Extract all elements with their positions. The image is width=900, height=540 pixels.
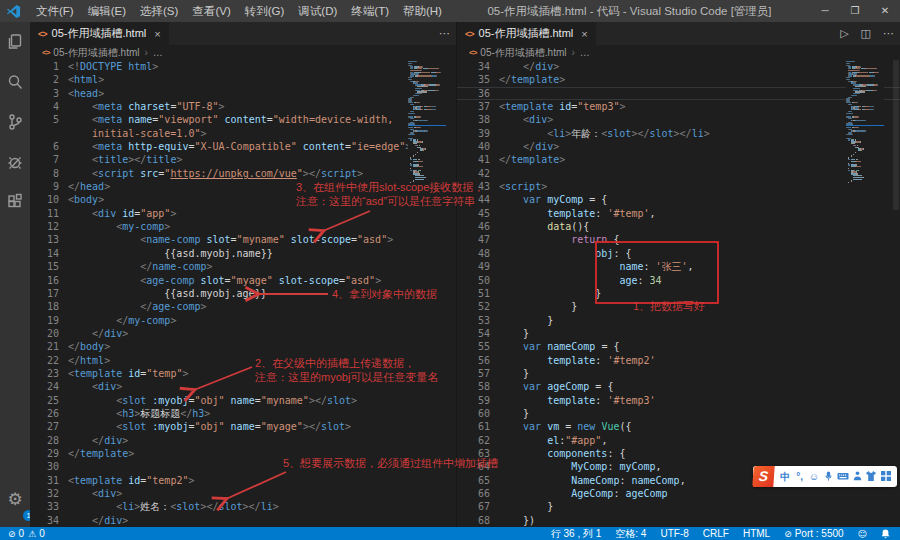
code-line[interactable]: 8 <script src="https://unpkg.com/vue"></… xyxy=(30,167,456,180)
code-line[interactable]: 42 xyxy=(457,167,900,180)
ime-punctuation-icon[interactable]: °, xyxy=(792,471,806,482)
code-line[interactable]: 12 <my-comp> xyxy=(30,220,456,233)
tab-close-icon[interactable]: × xyxy=(154,28,160,40)
code-line[interactable]: 59 template: '#temp3' xyxy=(457,394,900,407)
code-line[interactable]: 66 AgeComp: ageComp xyxy=(457,487,900,500)
menu-selection[interactable]: 选择(S) xyxy=(133,0,185,22)
code-line[interactable]: 7 <title></title> xyxy=(30,153,456,166)
code-line[interactable]: 58 var ageComp = { xyxy=(457,380,900,393)
code-line[interactable]: 11 <div id="app"> xyxy=(30,207,456,220)
code-line[interactable]: 20 </div> xyxy=(30,327,456,340)
ime-toolbox-icon[interactable] xyxy=(879,470,893,484)
code-line[interactable]: 3<head> xyxy=(30,87,456,100)
menu-go[interactable]: 转到(G) xyxy=(238,0,292,22)
code-line[interactable]: 15 </name-comp> xyxy=(30,260,456,273)
ime-emoji-icon[interactable]: ☺ xyxy=(807,471,821,482)
breadcrumb-right[interactable]: <> 05-作用域插槽.html › … xyxy=(457,45,900,60)
problems-errors[interactable]: ⊘ 0 xyxy=(8,528,24,539)
notifications-bell-icon[interactable] xyxy=(881,529,890,539)
problems-warnings[interactable]: ⚠ 0 xyxy=(28,528,45,539)
language-mode[interactable]: HTML xyxy=(743,528,770,539)
tab-right-active[interactable]: <> 05-作用域插槽.html × xyxy=(457,22,596,45)
code-line[interactable]: 26 <h3>标题标题</h3> xyxy=(30,407,456,420)
close-button[interactable]: ✕ xyxy=(870,0,900,22)
sogou-logo-icon[interactable]: S xyxy=(752,466,775,487)
code-line[interactable]: 31<template id="temp2"> xyxy=(30,474,456,487)
explorer-icon[interactable] xyxy=(0,22,30,62)
code-line[interactable]: 33 <li>姓名：<slot></slot></li> xyxy=(30,500,456,513)
code-line[interactable]: 19 </my-comp> xyxy=(30,314,456,327)
code-line[interactable]: 21</body> xyxy=(30,340,456,353)
code-line[interactable]: 67 } xyxy=(457,500,900,513)
tab-close-icon[interactable]: × xyxy=(581,28,587,40)
code-line[interactable]: 4 <meta charset="UTF-8"> xyxy=(30,100,456,113)
code-line[interactable]: 45 template: '#temp', xyxy=(457,207,900,220)
indentation[interactable]: 空格: 4 xyxy=(615,527,646,540)
code-line[interactable]: 18 </age-comp> xyxy=(30,300,456,313)
code-line[interactable]: 13 <name-comp slot="myname" slot-scope="… xyxy=(30,233,456,246)
menu-debug[interactable]: 调试(D) xyxy=(291,0,344,22)
code-line[interactable]: 49 name: '张三', xyxy=(457,260,900,273)
tab-left-active[interactable]: <> 05-作用域插槽.html × xyxy=(30,22,169,45)
code-line[interactable]: 32 <div> xyxy=(30,487,456,500)
ime-lang-icon[interactable]: 中 xyxy=(778,470,792,484)
menu-help[interactable]: 帮助(H) xyxy=(396,0,449,22)
code-line[interactable]: 14 {{asd.myobj.name}} xyxy=(30,247,456,260)
code-line[interactable]: 61 var vm = new Vue({ xyxy=(457,420,900,433)
settings-gear-icon[interactable]: ⚙ 1 xyxy=(0,479,30,519)
code-line[interactable]: 50 age: 34 xyxy=(457,274,900,287)
ime-skin-icon[interactable] xyxy=(864,470,878,484)
code-line[interactable]: 43<script> xyxy=(457,180,900,193)
code-line[interactable]: 35</template> xyxy=(457,73,900,86)
cursor-position[interactable]: 行 36 , 列 1 xyxy=(551,527,602,540)
ime-keyboard-icon[interactable] xyxy=(836,470,850,484)
code-line[interactable]: 63 components: { xyxy=(457,447,900,460)
code-line[interactable]: 34 </div> xyxy=(457,60,900,73)
more-actions-icon[interactable]: ⋯ xyxy=(877,27,900,40)
scrollbar[interactable] xyxy=(893,60,899,210)
code-line[interactable]: 25 <slot :myobj="obj" name="myname"></sl… xyxy=(30,394,456,407)
minimize-button[interactable]: ─ xyxy=(810,0,840,22)
code-line[interactable]: 51 } xyxy=(457,287,900,300)
code-line[interactable]: 44 var myComp = { xyxy=(457,193,900,206)
code-line[interactable]: 54 } xyxy=(457,327,900,340)
code-line[interactable]: 34 </div> xyxy=(30,514,456,527)
code-line[interactable]: 56 template: '#temp2' xyxy=(457,354,900,367)
search-icon[interactable] xyxy=(0,62,30,102)
menu-edit[interactable]: 编辑(E) xyxy=(81,0,133,22)
restore-button[interactable]: ❐ xyxy=(840,0,870,22)
code-line[interactable]: 16 <age-comp slot="myage" slot-scope="as… xyxy=(30,274,456,287)
ime-handwriting-icon[interactable] xyxy=(850,470,864,484)
source-control-icon[interactable] xyxy=(0,102,30,142)
code-line[interactable]: 60 } xyxy=(457,407,900,420)
code-line[interactable]: 27 <slot :myobj="obj" name="myage"></slo… xyxy=(30,420,456,433)
run-button-icon[interactable]: ▷ xyxy=(834,27,854,40)
code-line[interactable]: 28 </div> xyxy=(30,434,456,447)
code-line[interactable]: 48 obj: { xyxy=(457,247,900,260)
menu-file[interactable]: 文件(F) xyxy=(29,0,81,22)
code-line[interactable]: 37<template id="temp3"> xyxy=(457,100,900,113)
code-area-right[interactable]: 34 </div>35</template>3637<template id="… xyxy=(457,60,900,527)
code-line[interactable]: 68 }) xyxy=(457,514,900,527)
code-line[interactable]: 36 xyxy=(457,87,900,100)
code-line[interactable]: initial-scale=1.0"> xyxy=(30,127,456,140)
code-line[interactable]: 53 } xyxy=(457,314,900,327)
ime-mic-icon[interactable] xyxy=(821,470,835,484)
minimap-right[interactable] xyxy=(846,60,884,527)
menu-view[interactable]: 查看(V) xyxy=(185,0,237,22)
code-line[interactable]: 40 </div> xyxy=(457,140,900,153)
code-line[interactable]: 62 el:"#app", xyxy=(457,434,900,447)
code-line[interactable]: 55 var nameComp = { xyxy=(457,340,900,353)
code-line[interactable]: 47 return { xyxy=(457,233,900,246)
code-line[interactable]: 2<html> xyxy=(30,73,456,86)
code-line[interactable]: 57 } xyxy=(457,367,900,380)
encoding[interactable]: UTF-8 xyxy=(660,528,688,539)
extensions-icon[interactable] xyxy=(0,182,30,222)
code-line[interactable]: 5 <meta name="viewport" content="width=d… xyxy=(30,113,456,126)
more-actions-icon[interactable]: ⋯ xyxy=(433,27,456,40)
debug-icon[interactable] xyxy=(0,142,30,182)
eol-sequence[interactable]: CRLF xyxy=(703,528,729,539)
ime-toolbar[interactable]: S 中 °, ☺ xyxy=(753,466,897,487)
code-line[interactable]: 46 data(){ xyxy=(457,220,900,233)
code-line[interactable]: 6 <meta http-equiv="X-UA-Compatible" con… xyxy=(30,140,456,153)
